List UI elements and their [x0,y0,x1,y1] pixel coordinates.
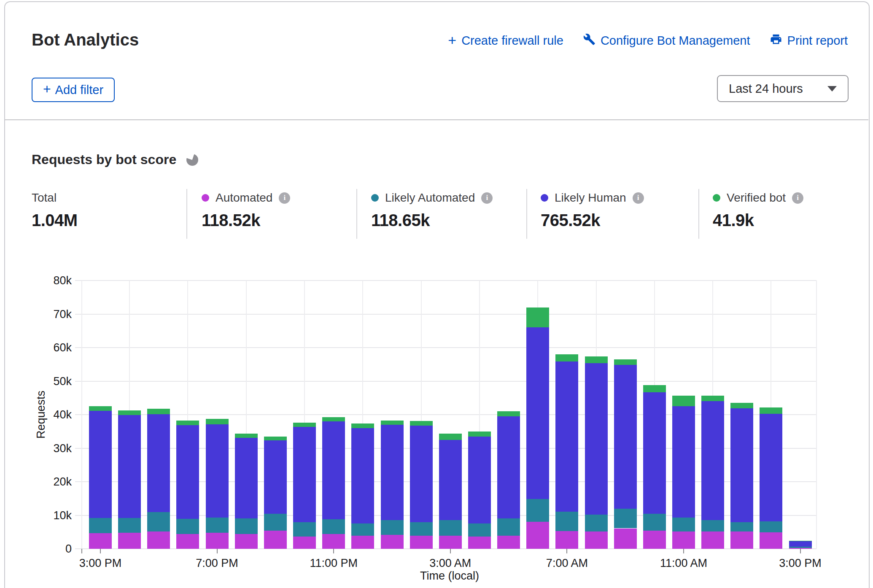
stat-likely-human-value: 765.52k [541,211,644,230]
stat-total-label: Total [32,191,57,205]
info-icon[interactable]: i [633,192,644,204]
info-icon[interactable]: i [792,192,803,204]
chevron-down-icon [827,86,837,92]
create-firewall-rule-label: Create firewall rule [461,34,563,48]
stat-likely-human-label: Likely Human [555,191,626,205]
likely-automated-legend-dot [371,194,379,202]
stat-total: Total 1.04M [32,191,78,230]
stat-likely-automated-value: 118.65k [371,211,493,230]
stat-verified-bot-value: 41.9k [713,211,803,230]
stat-automated: Automated i 118.52k [202,191,290,230]
plus-icon: + [448,33,456,47]
stat-divider [356,189,357,239]
wrench-icon [583,33,595,49]
create-firewall-rule-link[interactable]: + Create firewall rule [448,34,563,48]
time-range-value: Last 24 hours [729,82,803,96]
add-filter-button[interactable]: + Add filter [32,78,115,102]
configure-bot-management-label: Configure Bot Management [601,34,750,48]
header-divider [5,119,868,120]
likely-human-legend-dot [541,194,548,202]
add-filter-label: Add filter [55,83,103,97]
stat-automated-label: Automated [216,191,272,205]
automated-legend-dot [202,194,209,202]
stat-divider [526,189,527,239]
plus-icon: + [43,82,51,96]
stat-likely-human: Likely Human i 765.52k [541,191,644,230]
page-title: Bot Analytics [32,30,139,49]
stat-verified-bot-label: Verified bot [727,191,786,205]
stat-total-value: 1.04M [32,211,78,230]
stat-likely-automated: Likely Automated i 118.65k [371,191,493,230]
section-title-row: Requests by bot score [32,152,198,167]
verified-bot-legend-dot [713,194,720,202]
info-icon[interactable]: i [279,192,290,204]
stat-automated-value: 118.52k [202,211,290,230]
header-actions: + Create firewall rule Configure Bot Man… [448,33,848,49]
configure-bot-management-link[interactable]: Configure Bot Management [583,33,750,49]
pie-chart-icon [186,154,198,166]
bot-analytics-screen: Bot Analytics + Create firewall rule Con… [0,0,873,588]
section-title: Requests by bot score [32,152,176,167]
stat-divider [698,189,699,239]
time-range-select[interactable]: Last 24 hours [717,75,849,102]
stat-likely-automated-label: Likely Automated [385,191,475,205]
stat-divider [186,189,187,239]
stat-verified-bot: Verified bot i 41.9k [713,191,803,230]
printer-icon [770,33,782,49]
info-icon[interactable]: i [481,192,493,204]
print-report-link[interactable]: Print report [770,33,848,49]
print-report-label: Print report [787,34,848,48]
